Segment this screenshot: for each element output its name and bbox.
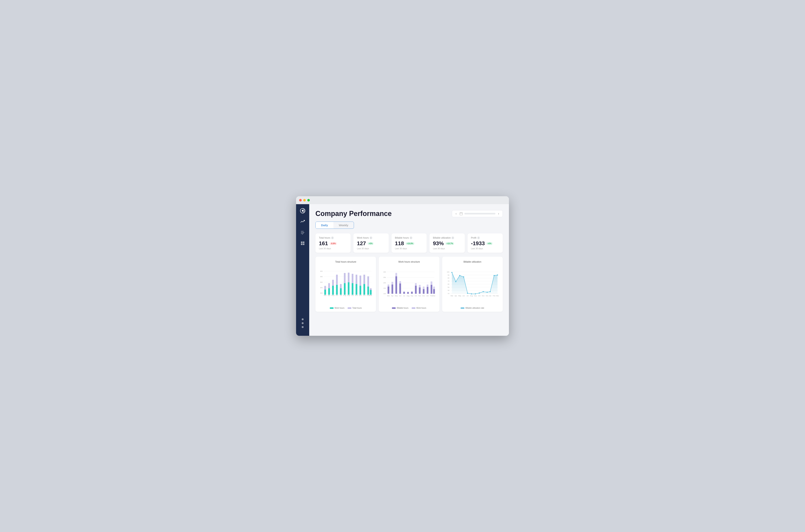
sidebar-item-grid[interactable] xyxy=(300,241,305,246)
svg-rect-90 xyxy=(423,289,425,294)
tab-daily[interactable]: Daily xyxy=(315,222,333,229)
app-body: Company Performance ‹ › Daily Weekly xyxy=(296,204,509,336)
svg-point-137 xyxy=(494,275,494,276)
sidebar-logo[interactable] xyxy=(300,208,305,213)
svg-rect-7 xyxy=(303,244,304,245)
maximize-button[interactable] xyxy=(307,199,310,202)
svg-text:Mar: Mar xyxy=(324,294,326,296)
billable-util-badge: +10.7% xyxy=(445,242,454,245)
metric-total-hours: Total hours i 161 -0.6% Last 30 days xyxy=(315,233,351,253)
svg-point-134 xyxy=(483,291,484,292)
svg-text:Dec: Dec xyxy=(359,294,362,296)
metric-total-hours-value-row: 161 -0.6% xyxy=(319,240,347,247)
svg-text:Nov: Nov xyxy=(482,295,484,297)
svg-rect-4 xyxy=(301,242,303,243)
sidebar-item-tasks[interactable] xyxy=(300,230,305,235)
chart-total-hours: Total hours structure 400 350 300 250 xyxy=(315,256,376,312)
svg-rect-84 xyxy=(411,292,413,294)
sidebar-item-analytics[interactable] xyxy=(300,219,305,224)
billable-hours-badge: +16.8% xyxy=(406,242,415,245)
main-content: Company Performance ‹ › Daily Weekly xyxy=(309,204,509,336)
svg-text:Mar: Mar xyxy=(496,295,499,297)
tab-weekly[interactable]: Weekly xyxy=(333,222,354,229)
svg-text:Feb: Feb xyxy=(430,295,433,297)
svg-rect-72 xyxy=(388,287,389,294)
chart-work-hours: Work hours structure 300 250 200 150 1 xyxy=(379,256,439,312)
svg-point-130 xyxy=(467,292,468,293)
svg-text:Aug: Aug xyxy=(343,294,346,296)
svg-rect-33 xyxy=(344,283,346,295)
svg-point-132 xyxy=(475,293,476,294)
billable-hours-info-icon[interactable]: i xyxy=(410,236,413,239)
svg-text:May: May xyxy=(331,294,334,296)
svg-rect-74 xyxy=(391,284,393,293)
chart-billable-util: Billable utilization 100 90 xyxy=(442,256,503,312)
svg-rect-94 xyxy=(431,285,433,294)
titlebar xyxy=(296,196,509,204)
svg-text:Feb: Feb xyxy=(493,295,495,297)
svg-rect-23 xyxy=(324,290,326,295)
svg-point-129 xyxy=(463,277,464,277)
work-hours-info-icon[interactable]: i xyxy=(370,236,372,239)
next-date-button[interactable]: › xyxy=(497,211,500,216)
work-hours-badge: +5% xyxy=(367,242,374,245)
svg-text:400: 400 xyxy=(320,270,323,272)
metrics-row: Total hours i 161 -0.6% Last 30 days Wor… xyxy=(315,233,503,253)
svg-text:60: 60 xyxy=(447,283,449,285)
svg-text:10: 10 xyxy=(447,292,449,294)
svg-text:Mar: Mar xyxy=(387,295,390,297)
profit-info-icon[interactable]: i xyxy=(477,236,480,239)
svg-point-1 xyxy=(302,210,304,212)
svg-text:Jul: Jul xyxy=(340,294,342,296)
legend-work-hours: Work hours xyxy=(330,307,344,309)
svg-text:Dec: Dec xyxy=(422,295,425,297)
svg-text:Jul: Jul xyxy=(466,295,468,297)
svg-rect-96 xyxy=(433,289,435,294)
work-hours-legend: Billable hours Work hours xyxy=(382,307,436,309)
svg-rect-43 xyxy=(363,284,365,295)
svg-text:Feb: Feb xyxy=(367,294,370,296)
chart-total-hours-title: Total hours structure xyxy=(319,261,373,263)
calendar-icon xyxy=(459,212,463,215)
svg-text:Oct: Oct xyxy=(478,295,480,297)
svg-text:Jun: Jun xyxy=(462,295,465,297)
legend-billable-util-rate: Billable utilization rate xyxy=(461,307,484,309)
work-hours-chart-svg: 300 250 200 150 100 xyxy=(382,266,436,304)
metric-billable-hours: Billable hours i 118 +16.8% Last 30 days xyxy=(391,233,427,253)
svg-text:90: 90 xyxy=(447,274,449,276)
sidebar-dot-3[interactable] xyxy=(302,326,304,328)
svg-text:Oct: Oct xyxy=(415,295,417,297)
billable-util-chart-svg: 100 90 80 70 60 50 30 10 xyxy=(445,266,500,304)
legend-work-hours-2: Work hours xyxy=(411,307,426,309)
profit-sub: Last 30 days xyxy=(471,247,499,250)
prev-date-button[interactable]: ‹ xyxy=(454,211,458,216)
svg-point-138 xyxy=(497,274,498,276)
svg-rect-82 xyxy=(407,292,409,294)
legend-billable-hours: Billable hours xyxy=(392,307,408,309)
sidebar-dot-1[interactable] xyxy=(302,318,304,320)
svg-text:150: 150 xyxy=(383,287,386,289)
sidebar-dot-2[interactable] xyxy=(302,322,304,324)
svg-text:Jun: Jun xyxy=(336,294,338,296)
billable-util-info-icon[interactable]: i xyxy=(452,236,454,239)
svg-text:Mar: Mar xyxy=(369,294,372,296)
view-tabs: Daily Weekly xyxy=(315,222,354,229)
minimize-button[interactable] xyxy=(303,199,306,202)
svg-rect-39 xyxy=(356,284,358,295)
svg-text:200: 200 xyxy=(383,282,386,284)
billable-util-sub: Last 30 days xyxy=(433,247,461,250)
svg-rect-80 xyxy=(403,292,405,294)
profit-badge: +0% xyxy=(486,242,493,245)
svg-rect-8 xyxy=(460,212,462,215)
svg-point-128 xyxy=(459,275,460,276)
close-button[interactable] xyxy=(299,199,302,202)
svg-text:300: 300 xyxy=(320,281,323,283)
svg-text:Sep: Sep xyxy=(347,294,350,296)
total-hours-info-icon[interactable]: i xyxy=(331,236,334,239)
svg-text:250: 250 xyxy=(320,287,323,288)
svg-text:May: May xyxy=(395,295,398,297)
svg-point-136 xyxy=(490,291,491,292)
svg-text:70: 70 xyxy=(447,280,449,282)
svg-rect-47 xyxy=(370,290,372,295)
metric-billable-utilization: Billable utilization i 93% +10.7% Last 3… xyxy=(429,233,465,253)
